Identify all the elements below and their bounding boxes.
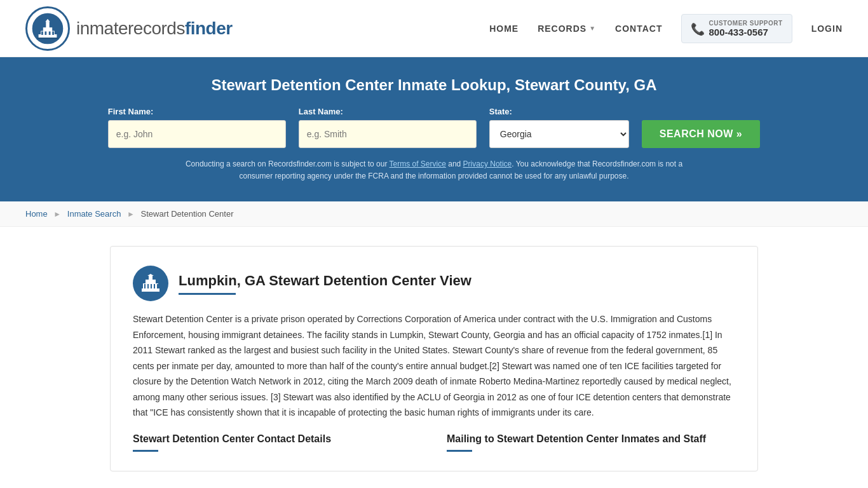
mailing-underline — [447, 450, 472, 452]
svg-rect-18 — [151, 284, 152, 288]
disclaimer-text: Conducting a search on Recordsfinder.com… — [173, 158, 695, 182]
svg-rect-20 — [157, 284, 158, 288]
card-title: Lumpkin, GA Stewart Detention Center Vie… — [179, 273, 471, 289]
support-label: CUSTOMER SUPPORT — [709, 20, 782, 27]
nav-records[interactable]: RECORDS ▼ — [538, 24, 596, 34]
svg-rect-4 — [46, 22, 49, 28]
svg-rect-17 — [147, 284, 149, 288]
first-name-input[interactable] — [108, 120, 286, 148]
svg-rect-7 — [45, 31, 47, 34]
contact-underline — [133, 450, 158, 452]
breadcrumb-current: Stewart Detention Center — [141, 209, 234, 219]
contact-section-title: Stewart Detention Center Contact Details — [133, 433, 421, 445]
card-header: Lumpkin, GA Stewart Detention Center Vie… — [133, 266, 735, 301]
mailing-section-title: Mailing to Stewart Detention Center Inma… — [447, 433, 735, 445]
first-name-field: First Name: — [108, 107, 286, 148]
card-body: Stewart Detention Center is a private pr… — [133, 311, 735, 452]
terms-link[interactable]: Terms of Service — [390, 159, 446, 168]
svg-rect-9 — [52, 31, 54, 34]
breadcrumb-sep-2: ► — [127, 210, 135, 219]
logo-text: inmaterecordsfinder — [76, 18, 233, 39]
first-name-label: First Name: — [108, 107, 154, 116]
svg-rect-3 — [43, 27, 52, 31]
customer-support-button[interactable]: 📞 CUSTOMER SUPPORT 800-433-0567 — [681, 14, 792, 43]
breadcrumb-home[interactable]: Home — [25, 209, 48, 219]
breadcrumb-inmate-search[interactable]: Inmate Search — [67, 209, 121, 219]
search-form: First Name: Last Name: State: Georgia Al… — [25, 107, 843, 148]
main-nav: HOME RECORDS ▼ CONTACT 📞 CUSTOMER SUPPOR… — [489, 14, 843, 43]
svg-rect-10 — [37, 37, 58, 39]
svg-rect-14 — [149, 276, 153, 280]
logo-area: inmaterecordsfinder — [25, 6, 233, 51]
facility-icon — [133, 266, 168, 301]
mailing-section: Mailing to Stewart Detention Center Inma… — [447, 433, 735, 452]
svg-rect-13 — [146, 280, 156, 284]
svg-rect-8 — [49, 31, 51, 34]
state-field: State: Georgia Alabama Alaska Arizona Ca… — [489, 107, 629, 148]
state-select[interactable]: Georgia Alabama Alaska Arizona Californi… — [489, 120, 629, 148]
title-underline — [179, 293, 236, 295]
svg-rect-6 — [41, 31, 43, 34]
card-title-area: Lumpkin, GA Stewart Detention Center Vie… — [179, 273, 471, 295]
main-content: Lumpkin, GA Stewart Detention Center Vie… — [85, 227, 783, 488]
nav-contact[interactable]: CONTACT — [615, 24, 662, 34]
logo-icon — [25, 6, 70, 51]
last-name-field: Last Name: — [299, 107, 477, 148]
svg-rect-16 — [144, 284, 146, 288]
search-button[interactable]: SEARCH NOW » — [642, 120, 760, 148]
contact-section: Stewart Detention Center Contact Details — [133, 433, 421, 452]
support-number: 800-433-0567 — [709, 27, 782, 37]
privacy-link[interactable]: Privacy Notice — [463, 159, 512, 168]
nav-login[interactable]: LOGIN — [811, 24, 843, 34]
state-label: State: — [489, 107, 512, 116]
search-banner: Stewart Detention Center Inmate Lookup, … — [0, 57, 868, 201]
phone-icon: 📞 — [691, 22, 703, 35]
breadcrumb: Home ► Inmate Search ► Stewart Detention… — [0, 201, 868, 227]
facility-description: Stewart Detention Center is a private pr… — [133, 311, 735, 421]
last-name-label: Last Name: — [299, 107, 343, 116]
svg-marker-15 — [147, 274, 154, 276]
page-title: Stewart Detention Center Inmate Lookup, … — [25, 76, 843, 94]
content-card: Lumpkin, GA Stewart Detention Center Vie… — [110, 246, 758, 471]
last-name-input[interactable] — [299, 120, 477, 148]
two-column-section: Stewart Detention Center Contact Details… — [133, 433, 735, 452]
nav-home[interactable]: HOME — [489, 24, 519, 34]
breadcrumb-sep-1: ► — [53, 210, 61, 219]
chevron-down-icon: ▼ — [589, 25, 596, 32]
svg-rect-19 — [154, 284, 155, 288]
site-header: inmaterecordsfinder HOME RECORDS ▼ CONTA… — [0, 0, 868, 57]
